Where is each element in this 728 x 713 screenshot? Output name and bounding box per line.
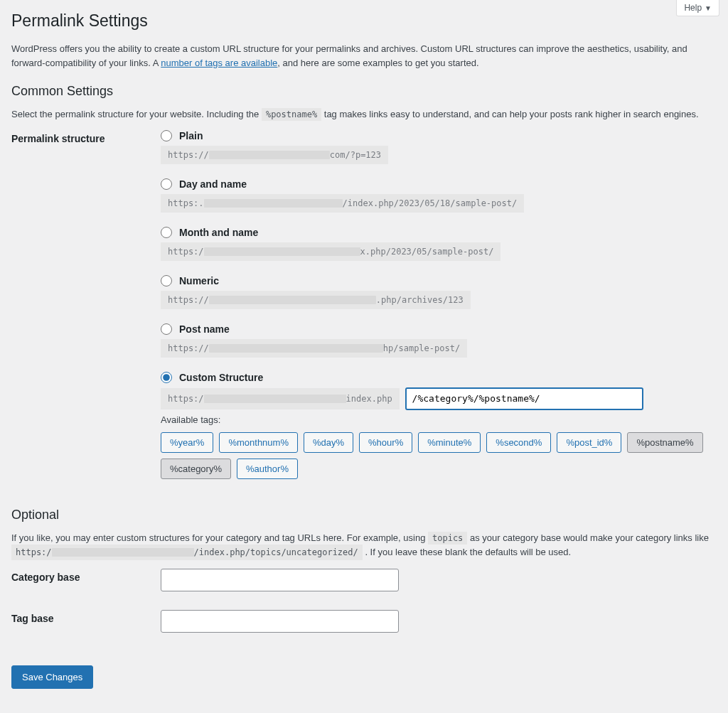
radio-post-name[interactable]	[161, 323, 172, 335]
category-base-input[interactable]	[161, 569, 399, 591]
tag-postname[interactable]: %postname%	[627, 432, 702, 453]
tag-second[interactable]: %second%	[486, 432, 551, 453]
common-desc: Select the permalink structure for your …	[11, 107, 717, 122]
label-numeric[interactable]: Numeric	[179, 275, 219, 286]
page-title: Permalink Settings	[11, 11, 717, 31]
optional-heading: Optional	[11, 508, 717, 522]
intro-text: WordPress offers you the ability to crea…	[11, 42, 717, 70]
example-day-name: https:./index.php/2023/05/18/sample-post…	[161, 194, 524, 213]
help-toggle[interactable]: Help ▼	[676, 0, 719, 16]
custom-structure-input[interactable]	[405, 387, 643, 410]
option-month-name: Month and name https:/x.php/2023/05/samp…	[161, 227, 717, 261]
common-settings-heading: Common Settings	[11, 84, 717, 99]
optional-desc: If you like, you may enter custom struct…	[11, 531, 717, 561]
available-tags-label: Available tags:	[161, 414, 717, 425]
tag-monthnum[interactable]: %monthnum%	[219, 432, 298, 453]
radio-day-name[interactable]	[161, 178, 172, 190]
postname-tag-code: %postname%	[262, 108, 321, 121]
label-custom[interactable]: Custom Structure	[179, 372, 263, 383]
option-custom: Custom Structure https:/index.php Availa…	[161, 372, 717, 479]
label-month-name[interactable]: Month and name	[179, 227, 258, 238]
option-post-name: Post name https://hp/sample-post/	[161, 323, 717, 358]
radio-numeric[interactable]	[161, 275, 172, 286]
tag-minute[interactable]: %minute%	[418, 432, 481, 453]
custom-prefix: https:/index.php	[161, 388, 400, 409]
tag-year[interactable]: %year%	[161, 432, 213, 453]
option-numeric: Numeric https://.php/archives/123	[161, 275, 717, 309]
tags-available-link[interactable]: number of tags are available	[161, 58, 277, 68]
help-label: Help	[684, 3, 702, 13]
tag-author[interactable]: %author%	[237, 459, 298, 479]
radio-month-name[interactable]	[161, 227, 172, 238]
category-base-label: Category base	[11, 569, 161, 583]
example-plain: https://com/?p=123	[161, 146, 388, 164]
tag-post-id[interactable]: %post_id%	[557, 432, 621, 453]
example-month-name: https:/x.php/2023/05/sample-post/	[161, 242, 500, 261]
tag-day[interactable]: %day%	[304, 432, 353, 453]
topics-code: topics	[428, 532, 467, 545]
save-button[interactable]: Save Changes	[11, 665, 93, 689]
chevron-down-icon: ▼	[705, 4, 712, 12]
label-day-name[interactable]: Day and name	[179, 178, 247, 190]
permalink-structure-label: Permalink structure	[11, 130, 161, 144]
tag-category[interactable]: %category%	[161, 459, 231, 479]
label-post-name[interactable]: Post name	[179, 323, 230, 335]
label-plain[interactable]: Plain	[179, 130, 203, 141]
radio-plain[interactable]	[161, 130, 172, 141]
example-numeric: https://.php/archives/123	[161, 291, 471, 309]
available-tags: %year% %monthnum% %day% %hour% %minute% …	[161, 432, 717, 479]
tag-base-label: Tag base	[11, 610, 161, 624]
tag-base-input[interactable]	[161, 610, 399, 633]
example-post-name: https://hp/sample-post/	[161, 339, 467, 358]
tag-hour[interactable]: %hour%	[359, 432, 412, 453]
option-day-name: Day and name https:./index.php/2023/05/1…	[161, 178, 717, 213]
radio-custom[interactable]	[161, 372, 172, 383]
option-plain: Plain https://com/?p=123	[161, 130, 717, 164]
